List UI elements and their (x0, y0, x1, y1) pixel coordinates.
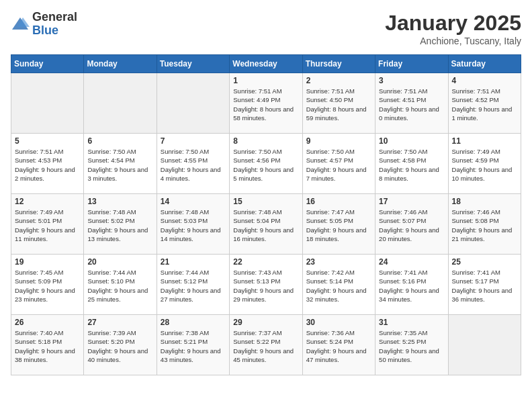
calendar-cell: 8Sunrise: 7:50 AMSunset: 4:56 PMDaylight… (230, 134, 302, 194)
calendar-cell: 5Sunrise: 7:51 AMSunset: 4:53 PMDaylight… (11, 134, 84, 194)
day-number: 11 (452, 136, 517, 146)
day-number: 18 (452, 197, 517, 206)
page-header: General Blue January 2025 Anchione, Tusc… (11, 11, 521, 46)
day-info: Sunrise: 7:51 AMSunset: 4:51 PMDaylight:… (379, 87, 444, 122)
calendar-cell: 31Sunrise: 7:35 AMSunset: 5:25 PMDayligh… (375, 315, 448, 375)
day-number: 8 (233, 136, 298, 146)
calendar-cell: 21Sunrise: 7:44 AMSunset: 5:12 PMDayligh… (157, 255, 229, 315)
week-row-3: 12Sunrise: 7:49 AMSunset: 5:01 PMDayligh… (11, 194, 521, 255)
day-number: 21 (161, 257, 226, 267)
header-friday: Friday (375, 55, 448, 73)
day-number: 29 (233, 318, 298, 327)
day-info: Sunrise: 7:35 AMSunset: 5:25 PMDaylight:… (379, 328, 444, 364)
calendar-cell: 4Sunrise: 7:51 AMSunset: 4:52 PMDaylight… (448, 73, 521, 134)
day-info: Sunrise: 7:47 AMSunset: 5:05 PMDaylight:… (306, 208, 371, 243)
calendar-cell: 24Sunrise: 7:41 AMSunset: 5:16 PMDayligh… (375, 255, 448, 315)
calendar-cell: 12Sunrise: 7:49 AMSunset: 5:01 PMDayligh… (11, 194, 84, 255)
day-info: Sunrise: 7:38 AMSunset: 5:21 PMDaylight:… (161, 328, 226, 364)
calendar-cell: 1Sunrise: 7:51 AMSunset: 4:49 PMDaylight… (230, 73, 302, 134)
calendar-cell: 11Sunrise: 7:49 AMSunset: 4:59 PMDayligh… (448, 134, 521, 194)
day-info: Sunrise: 7:51 AMSunset: 4:50 PMDaylight:… (306, 87, 371, 122)
day-info: Sunrise: 7:39 AMSunset: 5:20 PMDaylight:… (87, 328, 152, 364)
calendar-cell: 26Sunrise: 7:40 AMSunset: 5:18 PMDayligh… (11, 315, 84, 375)
calendar-cell: 19Sunrise: 7:45 AMSunset: 5:09 PMDayligh… (11, 255, 84, 315)
day-number: 14 (161, 197, 226, 206)
day-number: 10 (379, 136, 444, 146)
day-number: 4 (452, 76, 517, 85)
calendar-cell: 17Sunrise: 7:46 AMSunset: 5:07 PMDayligh… (375, 194, 448, 255)
day-number: 7 (161, 136, 226, 146)
calendar-cell: 18Sunrise: 7:46 AMSunset: 5:08 PMDayligh… (448, 194, 521, 255)
day-number: 25 (452, 257, 517, 267)
day-info: Sunrise: 7:51 AMSunset: 4:53 PMDaylight:… (15, 147, 80, 183)
header-row: SundayMondayTuesdayWednesdayThursdayFrid… (11, 55, 521, 73)
logo-icon (11, 15, 30, 34)
day-number: 6 (87, 136, 152, 146)
calendar-cell: 9Sunrise: 7:50 AMSunset: 4:57 PMDaylight… (302, 134, 375, 194)
day-info: Sunrise: 7:51 AMSunset: 4:52 PMDaylight:… (452, 87, 517, 122)
day-info: Sunrise: 7:43 AMSunset: 5:13 PMDaylight:… (233, 268, 298, 304)
day-info: Sunrise: 7:48 AMSunset: 5:04 PMDaylight:… (233, 208, 298, 243)
calendar-cell: 7Sunrise: 7:50 AMSunset: 4:55 PMDaylight… (157, 134, 229, 194)
day-number: 31 (379, 318, 444, 327)
day-info: Sunrise: 7:40 AMSunset: 5:18 PMDaylight:… (15, 328, 80, 364)
day-number: 5 (15, 136, 80, 146)
calendar-cell: 2Sunrise: 7:51 AMSunset: 4:50 PMDaylight… (302, 73, 375, 134)
week-row-2: 5Sunrise: 7:51 AMSunset: 4:53 PMDaylight… (11, 134, 521, 194)
week-row-5: 26Sunrise: 7:40 AMSunset: 5:18 PMDayligh… (11, 315, 521, 375)
day-number: 9 (306, 136, 371, 146)
calendar-header: SundayMondayTuesdayWednesdayThursdayFrid… (11, 55, 521, 73)
day-info: Sunrise: 7:50 AMSunset: 4:58 PMDaylight:… (379, 147, 444, 183)
calendar-cell: 30Sunrise: 7:36 AMSunset: 5:24 PMDayligh… (302, 315, 375, 375)
calendar-cell (157, 73, 229, 134)
calendar-cell: 27Sunrise: 7:39 AMSunset: 5:20 PMDayligh… (84, 315, 157, 375)
day-info: Sunrise: 7:48 AMSunset: 5:02 PMDaylight:… (87, 208, 152, 243)
calendar-cell: 25Sunrise: 7:41 AMSunset: 5:17 PMDayligh… (448, 255, 521, 315)
day-number: 16 (306, 197, 371, 206)
header-saturday: Saturday (448, 55, 521, 73)
day-number: 2 (306, 76, 371, 85)
day-number: 13 (87, 197, 152, 206)
logo-general: General (32, 11, 77, 24)
header-wednesday: Wednesday (230, 55, 302, 73)
calendar-cell: 3Sunrise: 7:51 AMSunset: 4:51 PMDaylight… (375, 73, 448, 134)
day-number: 30 (306, 318, 371, 327)
day-info: Sunrise: 7:42 AMSunset: 5:14 PMDaylight:… (306, 268, 371, 304)
calendar-cell: 29Sunrise: 7:37 AMSunset: 5:22 PMDayligh… (230, 315, 302, 375)
calendar-body: 1Sunrise: 7:51 AMSunset: 4:49 PMDaylight… (11, 73, 521, 375)
calendar-cell: 23Sunrise: 7:42 AMSunset: 5:14 PMDayligh… (302, 255, 375, 315)
day-number: 28 (161, 318, 226, 327)
day-number: 19 (15, 257, 80, 267)
day-info: Sunrise: 7:50 AMSunset: 4:54 PMDaylight:… (87, 147, 152, 183)
day-number: 15 (233, 197, 298, 206)
day-number: 27 (87, 318, 152, 327)
day-number: 12 (15, 197, 80, 206)
day-info: Sunrise: 7:46 AMSunset: 5:07 PMDaylight:… (379, 208, 444, 243)
day-number: 20 (87, 257, 152, 267)
day-info: Sunrise: 7:41 AMSunset: 5:17 PMDaylight:… (452, 268, 517, 304)
calendar-cell (448, 315, 521, 375)
header-tuesday: Tuesday (157, 55, 229, 73)
day-info: Sunrise: 7:51 AMSunset: 4:49 PMDaylight:… (233, 87, 298, 122)
day-number: 1 (233, 76, 298, 85)
calendar-cell (84, 73, 157, 134)
day-number: 3 (379, 76, 444, 85)
day-info: Sunrise: 7:49 AMSunset: 5:01 PMDaylight:… (15, 208, 80, 243)
page-title: January 2025 (385, 11, 521, 36)
logo: General Blue (11, 11, 77, 38)
calendar-cell: 14Sunrise: 7:48 AMSunset: 5:03 PMDayligh… (157, 194, 229, 255)
day-number: 23 (306, 257, 371, 267)
logo-text: General Blue (32, 11, 77, 38)
title-block: January 2025 Anchione, Tuscany, Italy (385, 11, 521, 46)
page-location: Anchione, Tuscany, Italy (385, 36, 521, 46)
day-number: 24 (379, 257, 444, 267)
logo-blue: Blue (32, 24, 77, 38)
day-info: Sunrise: 7:46 AMSunset: 5:08 PMDaylight:… (452, 208, 517, 243)
day-info: Sunrise: 7:48 AMSunset: 5:03 PMDaylight:… (161, 208, 226, 243)
day-info: Sunrise: 7:50 AMSunset: 4:56 PMDaylight:… (233, 147, 298, 183)
header-thursday: Thursday (302, 55, 375, 73)
calendar-cell: 16Sunrise: 7:47 AMSunset: 5:05 PMDayligh… (302, 194, 375, 255)
calendar-cell: 10Sunrise: 7:50 AMSunset: 4:58 PMDayligh… (375, 134, 448, 194)
day-info: Sunrise: 7:41 AMSunset: 5:16 PMDaylight:… (379, 268, 444, 304)
calendar-cell: 22Sunrise: 7:43 AMSunset: 5:13 PMDayligh… (230, 255, 302, 315)
